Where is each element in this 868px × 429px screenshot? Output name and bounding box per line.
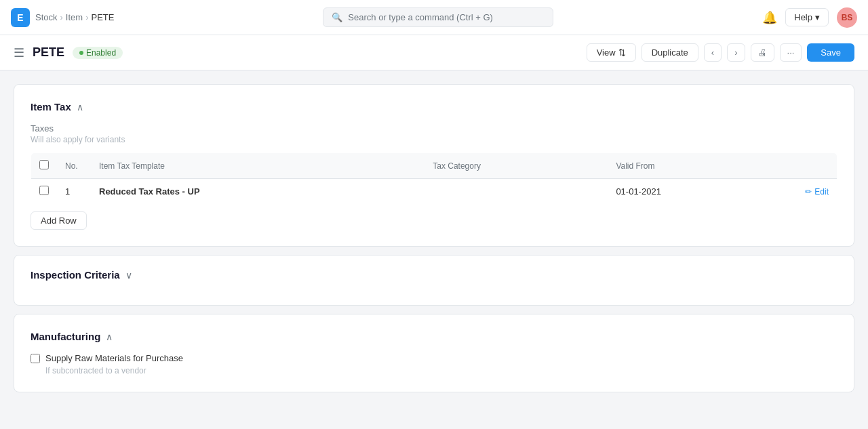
next-button[interactable]: ›	[727, 43, 745, 62]
search-box[interactable]: 🔍 Search or type a command (Ctrl + G)	[323, 7, 553, 27]
hamburger-button[interactable]: ☰	[14, 45, 24, 60]
status-label: Enabled	[86, 48, 116, 58]
item-tax-title: Item Tax	[31, 101, 71, 113]
breadcrumb-sep-2: ›	[85, 12, 88, 22]
view-button[interactable]: View ⇅	[587, 43, 636, 62]
supply-raw-label: Supply Raw Materials for Purchase	[45, 353, 183, 363]
item-tax-header: Item Tax ∧	[31, 101, 837, 113]
row-valid-from: 01-01-2021	[608, 179, 783, 205]
notifications-button[interactable]: 🔔	[762, 10, 777, 25]
view-chevron-icon: ⇅	[618, 47, 626, 58]
inspection-criteria-section: Inspection Criteria ∨	[14, 255, 854, 306]
col-no: No.	[57, 153, 91, 179]
row-no: 1	[57, 179, 91, 205]
select-all-checkbox[interactable]	[39, 160, 49, 169]
search-area: 🔍 Search or type a command (Ctrl + G)	[119, 7, 757, 27]
col-tax-category: Tax Category	[425, 153, 608, 179]
row-checkbox[interactable]	[39, 186, 49, 195]
search-placeholder: Search or type a command (Ctrl + G)	[348, 12, 493, 22]
search-icon: 🔍	[332, 12, 342, 22]
inspection-criteria-toggle-button[interactable]: ∨	[125, 270, 132, 281]
edit-icon: ✏	[805, 187, 812, 197]
row-checkbox-cell	[31, 179, 58, 205]
avatar[interactable]: BS	[837, 7, 857, 28]
help-chevron-icon: ▾	[815, 12, 820, 22]
topbar-actions: 🔔 Help ▾ BS	[762, 7, 857, 28]
table-row: 1 Reduced Tax Rates - UP 01-01-2021 ✏ Ed…	[31, 179, 837, 205]
breadcrumb: Stock › Item › PETE	[35, 12, 114, 22]
doc-header: ☰ PETE Enabled View ⇅ Duplicate ‹ › 🖨 ··…	[0, 35, 868, 70]
prev-button[interactable]: ‹	[704, 43, 722, 62]
item-tax-collapse-button[interactable]: ∧	[77, 102, 83, 113]
breadcrumb-stock[interactable]: Stock	[35, 12, 58, 22]
manufacturing-header: Manufacturing ∧	[31, 331, 837, 342]
inspection-criteria-title: Inspection Criteria	[31, 269, 120, 281]
doc-title: PETE	[33, 45, 64, 60]
col-actions	[783, 153, 837, 179]
more-button[interactable]: ···	[780, 43, 802, 62]
manufacturing-section: Manufacturing ∧ Supply Raw Materials for…	[14, 314, 854, 392]
col-valid-from: Valid From	[608, 153, 783, 179]
supply-raw-note: If subcontracted to a vendor	[45, 366, 837, 375]
col-checkbox	[31, 153, 58, 179]
row-actions: ✏ Edit	[783, 179, 837, 205]
main-content: Item Tax ∧ Taxes Will also apply for var…	[0, 70, 868, 414]
doc-actions: View ⇅ Duplicate ‹ › 🖨 ··· Save	[587, 43, 854, 62]
breadcrumb-current: PETE	[92, 12, 115, 22]
add-row-button[interactable]: Add Row	[31, 211, 87, 230]
topbar: E Stock › Item › PETE 🔍 Search or type a…	[0, 0, 868, 35]
supply-raw-checkbox[interactable]	[31, 354, 40, 363]
edit-button[interactable]: ✏ Edit	[791, 187, 829, 197]
breadcrumb-sep-1: ›	[60, 12, 63, 22]
help-button[interactable]: Help ▾	[785, 8, 829, 26]
row-item-tax-template: Reduced Tax Rates - UP	[91, 179, 425, 205]
tax-table: No. Item Tax Template Tax Category Valid…	[31, 152, 837, 205]
help-label: Help	[794, 12, 812, 22]
status-badge: Enabled	[73, 47, 123, 59]
col-item-tax-template: Item Tax Template	[91, 153, 425, 179]
taxes-note: Will also apply for variants	[31, 135, 837, 144]
manufacturing-title: Manufacturing	[31, 331, 100, 342]
manufacturing-toggle-button[interactable]: ∧	[106, 331, 113, 342]
status-dot	[79, 51, 83, 55]
item-tax-template-value: Reduced Tax Rates - UP	[99, 186, 200, 197]
save-button[interactable]: Save	[807, 43, 854, 62]
duplicate-button[interactable]: Duplicate	[642, 43, 698, 62]
view-label: View	[597, 47, 616, 58]
print-button[interactable]: 🖨	[751, 43, 774, 62]
taxes-label: Taxes	[31, 123, 837, 134]
supply-raw-row: Supply Raw Materials for Purchase	[31, 353, 837, 363]
app-logo[interactable]: E	[11, 8, 30, 27]
row-tax-category	[425, 179, 608, 205]
edit-label: Edit	[814, 187, 829, 197]
breadcrumb-item[interactable]: Item	[66, 12, 83, 22]
inspection-criteria-header: Inspection Criteria ∨	[31, 269, 837, 281]
item-tax-section: Item Tax ∧ Taxes Will also apply for var…	[14, 84, 854, 247]
